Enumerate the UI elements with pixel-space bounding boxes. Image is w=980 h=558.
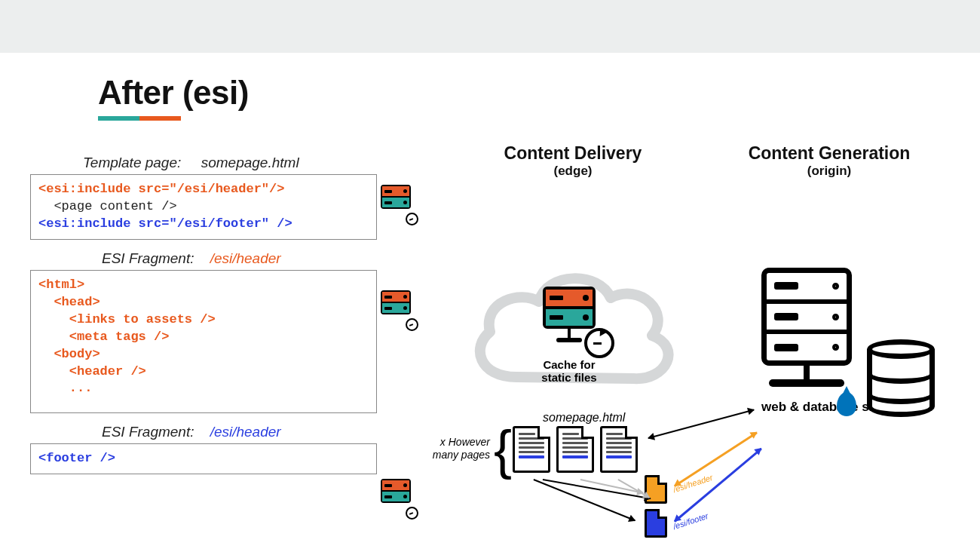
cache-server-icon [381,185,417,221]
frag-header-label-path: /esi/header [210,250,281,266]
template-line-3: <esi:include src="/esi/footer" /> [38,216,292,231]
content-delivery-sub: (edge) [501,164,645,179]
top-bar [0,0,980,53]
clock-icon [584,328,614,358]
arrow-icon [674,431,758,486]
template-line-2: <page content /> [38,199,177,213]
frag-header-code-box: <html> <head> <links to assets /> <meta … [30,270,377,413]
origin-server-icon [761,268,852,387]
content-generation-sub: (origin) [743,164,916,179]
template-line-1: <esi:include src="/esi/header"/> [38,182,284,196]
database-icon [867,339,935,422]
drupal-icon [837,392,856,416]
doc-label: somepage.html [543,411,625,425]
template-label-prefix: Template page: [83,155,181,170]
clock-icon [406,507,418,520]
content-delivery-header: Content Delivery (edge) [501,143,645,179]
left-column: Template page: somepage.html <esi:includ… [30,155,377,474]
cloud-caption: Cache for static files [541,358,596,385]
document-icon [556,426,594,473]
arrow-icon [648,409,755,439]
cache-server-icon [381,290,417,327]
cache-server-icon [381,479,417,515]
slide-title: After (esi) [98,74,942,112]
cache-server-icon [543,287,596,329]
template-code-box: <esi:include src="/esi/header"/> <page c… [30,174,377,240]
template-label-file: somepage.html [201,155,299,170]
template-label: Template page: somepage.html [83,155,377,171]
document-icon [600,426,638,473]
many-pages-label: x However many pages [418,436,490,461]
frag-header-label: ESI Fragment: /esi/header [102,250,377,267]
frag-footer-label-path: /esi/header [210,424,281,440]
frag-header-label-prefix: ESI Fragment: [102,250,194,266]
fragment-footer-icon [645,509,667,538]
content-generation-header: Content Generation (origin) [743,143,916,179]
frag-footer-code-box: <footer /> [30,443,377,474]
clock-icon [406,213,418,225]
clock-icon [406,318,418,331]
edge-cache-cloud: Cache for static files [464,256,675,407]
document-icon [513,426,550,473]
page-documents [513,426,638,473]
title-underline [98,116,181,121]
content-generation-title: Content Generation [743,143,916,164]
frag-footer-label: ESI Fragment: /esi/header [102,424,377,440]
slide-content: After (esi) Content Delivery (edge) Cont… [0,53,980,558]
frag-footer-code: <footer /> [38,451,115,465]
frag-header-code: <html> <head> <links to assets /> <meta … [38,277,216,396]
curly-brace-icon: { [494,426,512,473]
frag-footer-label-prefix: ESI Fragment: [102,424,194,440]
arrow-icon [534,479,635,521]
content-delivery-title: Content Delivery [501,143,645,164]
